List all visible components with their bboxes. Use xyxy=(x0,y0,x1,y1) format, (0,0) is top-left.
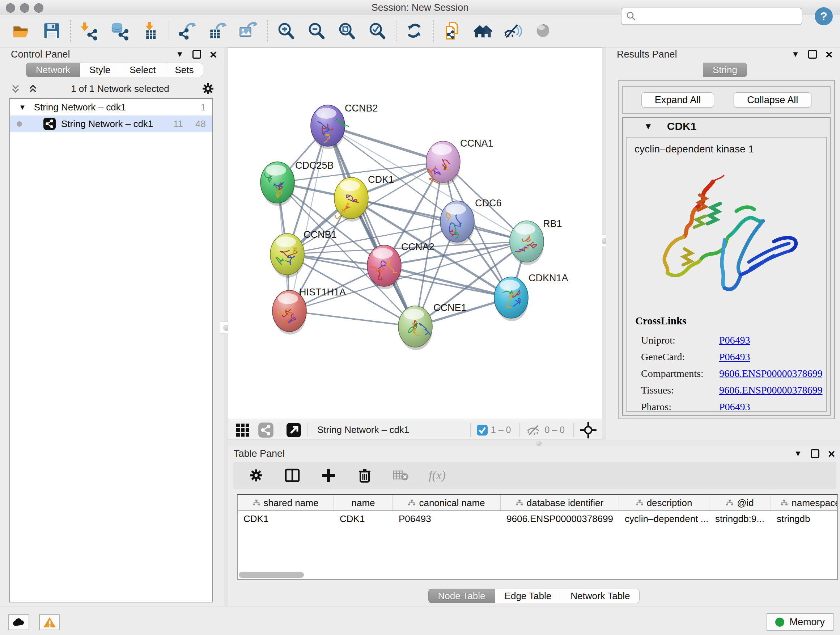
network-node-CCNE1[interactable] xyxy=(398,306,432,350)
string-hide-glass-button[interactable] xyxy=(503,21,524,42)
results-panel-close-icon[interactable]: × xyxy=(826,50,833,59)
apply-layout-button[interactable] xyxy=(404,21,425,42)
control-panel-close-icon[interactable]: × xyxy=(210,50,217,59)
memory-button[interactable]: Memory xyxy=(767,613,834,631)
string-results-buttons: Expand All Collapse All xyxy=(622,86,831,114)
crosslink-value-link[interactable]: P06493 xyxy=(719,401,750,412)
help-button[interactable]: ? xyxy=(815,7,833,25)
table-panel-menu-arrow-icon[interactable]: ▼ xyxy=(794,449,802,458)
column-header-shared-name[interactable]: shared name xyxy=(238,495,334,510)
node-label-CDC6: CDC6 xyxy=(475,198,502,209)
network-edge-CCNB2-CCNA1[interactable] xyxy=(328,126,443,162)
network-node-RB1[interactable] xyxy=(510,221,544,265)
network-collection-row[interactable]: ▼ String Network – cdk1 1 xyxy=(10,99,212,116)
fit-content-button[interactable] xyxy=(336,21,357,42)
column-header-name[interactable]: name xyxy=(334,495,393,510)
network-row[interactable]: String Network – cdk1 11 48 xyxy=(10,116,212,132)
network-options-gear-icon[interactable] xyxy=(201,82,215,96)
string-import-button[interactable] xyxy=(442,21,463,42)
search-input[interactable] xyxy=(637,11,802,22)
birdseye-grid-icon[interactable] xyxy=(235,422,251,438)
network-node-CCNA1[interactable] xyxy=(426,141,460,185)
expand-all-chevrons-icon[interactable] xyxy=(27,82,39,95)
expand-all-button[interactable]: Expand All xyxy=(641,92,714,108)
table-row[interactable]: CDK1CDK1P064939606.ENSP00000378699cyclin… xyxy=(238,511,837,526)
gene-disclosure-icon[interactable]: ▼ xyxy=(644,121,653,131)
network-node-CDC6[interactable] xyxy=(440,201,474,245)
network-node-CDK1[interactable] xyxy=(334,177,368,222)
crosslink-value-link[interactable]: P06493 xyxy=(719,334,750,346)
collapse-all-button[interactable]: Collapse All xyxy=(734,92,812,108)
network-node-CDKN1A[interactable] xyxy=(494,277,528,321)
export-table-button[interactable] xyxy=(208,21,229,42)
cloud-button[interactable] xyxy=(8,614,29,630)
gene-section-header[interactable]: ▼ CDK1 xyxy=(623,118,830,135)
network-node-CDC25B[interactable] xyxy=(261,162,294,206)
tab-string[interactable]: String xyxy=(703,63,747,77)
results-panel-menu-arrow-icon[interactable]: ▼ xyxy=(791,50,799,59)
network-edge-CCNE1-HIST1H1A[interactable] xyxy=(289,311,415,326)
export-image-button[interactable] xyxy=(238,21,259,42)
open-in-window-icon[interactable] xyxy=(286,422,302,438)
string-results-box: Expand All Collapse All ▼ CDK1 cyclin–de… xyxy=(618,80,835,419)
horizontal-splitter[interactable] xyxy=(228,440,840,446)
network-node-CCNA2[interactable] xyxy=(367,245,401,289)
tab-network[interactable]: Network xyxy=(26,63,80,77)
import-network-from-database-button[interactable] xyxy=(109,21,130,42)
function-builder-icon[interactable]: f(x) xyxy=(429,469,446,482)
column-header--id[interactable]: @id xyxy=(709,495,771,510)
results-panel-float-icon[interactable] xyxy=(808,50,817,59)
column-header-canonical-name[interactable]: canonical name xyxy=(393,495,501,510)
network-node-CCNB2[interactable] xyxy=(311,105,349,149)
save-session-button[interactable] xyxy=(41,21,62,42)
crosslink-value-link[interactable]: P06493 xyxy=(719,351,750,363)
network-node-CCNB1[interactable] xyxy=(270,233,304,278)
import-table-button[interactable] xyxy=(140,21,161,42)
collapse-all-chevrons-icon[interactable] xyxy=(9,82,22,95)
crosslink-value-link[interactable]: 9606.ENSP00000378699 xyxy=(719,368,822,379)
table-tabs: Node TableEdge TableNetwork Table xyxy=(428,589,640,603)
center-view-crosshair-icon[interactable] xyxy=(579,421,597,439)
table-horizontal-scrollbar[interactable] xyxy=(239,572,304,578)
zoom-out-button[interactable] xyxy=(306,21,327,42)
table-gear-icon[interactable] xyxy=(248,467,264,484)
warnings-button[interactable] xyxy=(39,614,60,630)
tab-sets[interactable]: Sets xyxy=(165,63,203,77)
import-network-button[interactable] xyxy=(79,21,100,42)
import-database-icon xyxy=(111,22,129,41)
string-home-button[interactable] xyxy=(472,21,493,42)
column-header-description[interactable]: description xyxy=(619,495,709,510)
network-share-toggle-icon[interactable] xyxy=(258,422,274,438)
node-label-CDC25B: CDC25B xyxy=(295,160,334,171)
zoom-selected-button[interactable] xyxy=(367,21,388,42)
delete-table-icon[interactable] xyxy=(393,467,409,484)
selected-checkbox-icon[interactable] xyxy=(477,424,488,436)
network-edge-CCNB2-HIST1H1A[interactable] xyxy=(289,126,328,311)
column-header-database-identifier[interactable]: database identifier xyxy=(501,495,619,510)
column-header-namespace[interactable]: namespace xyxy=(771,495,838,510)
tab-node-table[interactable]: Node Table xyxy=(428,589,495,603)
table-panel-close-icon[interactable]: × xyxy=(828,449,835,458)
show-column-panel-icon[interactable] xyxy=(284,467,301,484)
table-panel-float-icon[interactable] xyxy=(811,449,819,458)
collection-disclosure-icon[interactable]: ▼ xyxy=(19,103,26,111)
add-column-icon[interactable] xyxy=(320,467,337,484)
control-panel-menu-arrow-icon[interactable]: ▼ xyxy=(176,50,184,59)
export-network-button[interactable] xyxy=(177,21,198,42)
import-network-icon xyxy=(80,22,99,41)
control-panel-float-icon[interactable] xyxy=(193,50,201,59)
collection-count: 1 xyxy=(201,102,206,113)
tab-select[interactable]: Select xyxy=(120,63,165,77)
tab-style[interactable]: Style xyxy=(80,63,120,77)
delete-column-icon[interactable] xyxy=(356,467,373,484)
zoom-in-button[interactable] xyxy=(276,21,297,42)
crosslink-value-link[interactable]: 9606.ENSP00000378699 xyxy=(719,385,822,396)
horizontal-splitter-grip[interactable] xyxy=(536,440,542,446)
tab-network-table[interactable]: Network Table xyxy=(561,589,639,603)
toolbar-separator xyxy=(169,20,169,42)
network-canvas[interactable]: CCNB2CCNA1CDC25BCDK1CDC6RB1CCNB1CCNA2CDK… xyxy=(228,48,602,420)
string-show-glass-button[interactable] xyxy=(533,21,554,42)
hidden-eye-icon[interactable] xyxy=(526,423,542,437)
open-session-button[interactable] xyxy=(11,21,32,42)
tab-edge-table[interactable]: Edge Table xyxy=(495,589,561,603)
